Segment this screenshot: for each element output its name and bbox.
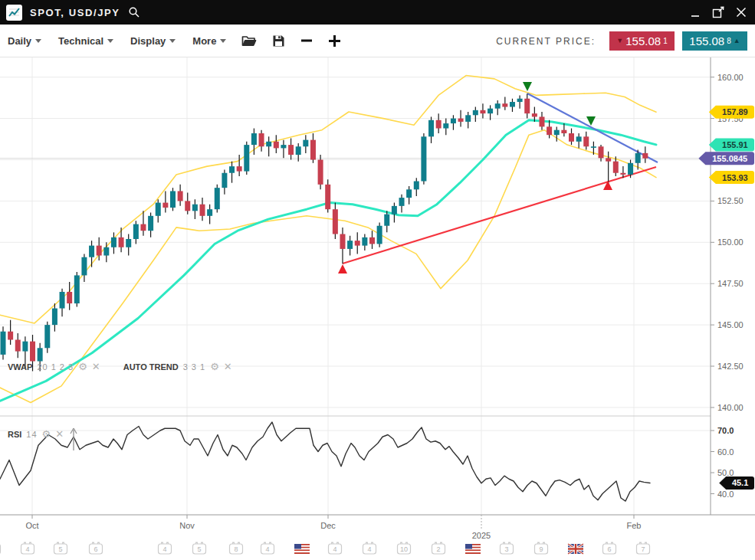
price-badge-value: 155.91 [722,140,748,149]
chevron-down-icon [169,39,176,43]
calendar-event-day: 7 [641,545,645,553]
candle-body [178,191,183,201]
candle-body [192,205,198,211]
rsi-tick-label: 50.0 [717,468,734,477]
chevron-down-icon [107,39,113,43]
toolbar: Daily Technical Display More [0,25,755,57]
folder-open-icon[interactable] [241,34,257,47]
candle-body [8,332,13,340]
current-price-label: CURRENT PRICE: [496,36,596,47]
candle-body [60,292,65,309]
popout-icon[interactable] [711,5,726,20]
price-tick-label: 140.00 [717,403,744,412]
candle-body [274,142,279,149]
price-chart[interactable]: 160.00157.50155.00152.50150.00147.50145.… [0,0,755,560]
ask-price-pip: 8 [727,37,731,45]
candle-body [392,206,397,215]
calendar-event-day: 4 [367,545,371,553]
candle-body [103,247,109,256]
candle-body [539,116,544,126]
candle-body [1,332,6,355]
candle-body [44,325,50,348]
candle-body [495,103,501,108]
calendar-event-day: 6 [607,545,611,553]
calendar-event-day: 8 [234,545,238,553]
save-icon[interactable] [272,34,285,47]
candle-body [266,142,271,146]
candle-body [67,292,72,303]
month-label: Dec [320,521,336,530]
rsi-tick-label: 60.0 [717,447,734,457]
arrow-up-icon: ▲ [734,38,740,44]
plus-icon[interactable] [328,34,341,47]
candle-body [237,166,242,171]
candle-body [288,145,294,155]
vwap-settings-gear-icon[interactable]: ⚙ [78,362,87,372]
candle-body [207,209,212,216]
candle-body [576,136,582,141]
search-icon[interactable] [128,6,140,18]
autotrend-settings-gear-icon[interactable]: ⚙ [210,362,219,372]
candle-body [502,103,507,106]
year-label: 2025 [472,531,491,540]
titlebar: SPOT, USD/JPY [0,0,755,25]
menu-technical[interactable]: Technical [58,35,113,47]
candle-body [325,185,330,209]
minimize-icon[interactable] [688,5,703,20]
bid-price-badge: ▼ 155.081 [609,31,675,51]
ask-price-badge: 155.088 ▲ [682,31,747,51]
candle-body [170,191,176,208]
month-label: Oct [25,521,38,530]
month-label: Feb [627,521,642,530]
window-controls [688,0,749,25]
vwap-remove-icon[interactable]: ✕ [92,362,100,372]
autotrend-indicator-label: AUTO TREND [123,362,179,372]
month-label: Nov [179,521,195,530]
candle-body [185,201,190,211]
us-flag-icon [465,552,481,554]
minus-icon[interactable] [300,34,313,47]
chart-app-window: 160.00157.50155.00152.50150.00147.50145.… [0,0,755,560]
rsi-indicator-label: RSI [8,430,21,439]
price-tick-label: 152.50 [717,196,744,205]
candle-body [81,257,87,276]
ask-price-value: 155.08 [689,34,724,47]
rsi-tick-label: 70.0 [717,426,734,435]
bid-price-pip: 1 [663,37,668,45]
candle-body [15,340,21,352]
candle-body [281,145,286,148]
candle-body [642,153,648,159]
menu-daily[interactable]: Daily [8,35,41,47]
candle-body [229,166,235,173]
rsi-indicator-params: 14 [26,430,37,439]
menu-more[interactable]: More [192,35,226,47]
candle-body [451,119,456,123]
arrow-down-icon: ▼ [616,38,623,44]
candle-body [606,158,611,161]
indicator-row-vwap: VWAP 20 1 2 3 ⚙ ✕ AUTO TREND 3 3 1 ⚙ ✕ [8,362,232,372]
autotrend-remove-icon[interactable]: ✕ [224,362,232,372]
candle-body [524,99,530,113]
candle-body [384,215,389,226]
menu-display[interactable]: Display [130,35,176,47]
us-flag-icon [465,551,481,552]
us-flag-icon [294,551,310,552]
price-tick-label: 160.00 [717,73,744,82]
calendar-event-day: 4 [333,545,336,553]
price-badge-value: 155.0845 [712,154,747,163]
candle-body [510,102,515,106]
candle-body [126,239,131,247]
candle-body [156,203,161,216]
candle-body [22,342,28,352]
rsi-remove-icon[interactable]: ✕ [55,429,64,439]
rsi-settings-gear-icon[interactable]: ⚙ [42,429,51,439]
close-icon[interactable] [734,5,749,20]
calendar-event-icon [0,544,1,554]
calendar-event-day: 4 [25,545,29,553]
price-tick-label: 145.00 [717,320,744,329]
chart-background [0,57,755,560]
calendar-event-day: 3 [504,545,508,553]
candle-body [303,140,308,147]
candle-body [148,216,153,231]
candle-body [162,203,168,208]
